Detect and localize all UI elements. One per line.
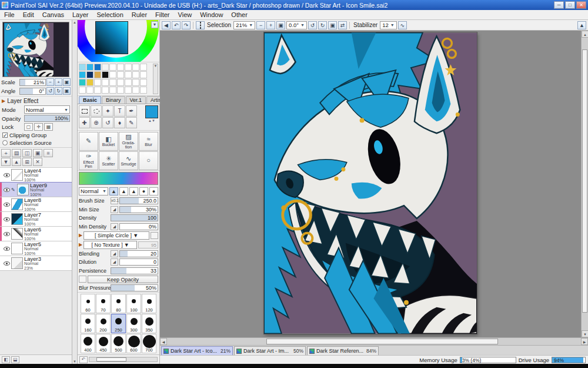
brush-size-cell[interactable]: 80	[111, 294, 126, 313]
hscroll-thumb[interactable]	[266, 339, 498, 344]
brush-shape-select[interactable]: [ Simple Circle ]▼	[83, 231, 149, 240]
color-swatch[interactable]	[94, 87, 101, 94]
move-up-icon[interactable]: ▲	[12, 158, 21, 166]
collapse-arrow-icon[interactable]: ▶	[79, 242, 82, 247]
panel-view-icon[interactable]: ◧	[2, 356, 10, 363]
layer-row[interactable]: Layer4Normal100%	[0, 168, 72, 183]
rotate-cw-button[interactable]: ↻	[55, 87, 62, 95]
vscroll-thumb[interactable]	[582, 49, 587, 313]
color-swatch[interactable]	[94, 71, 101, 78]
layer-visibility-icon[interactable]	[4, 203, 10, 207]
rotate-cw-button[interactable]: ↻	[318, 21, 327, 29]
brush-size-cell[interactable]: 200	[96, 314, 111, 333]
lasso-tool-icon[interactable]	[91, 105, 102, 117]
color-swatch[interactable]	[140, 71, 147, 78]
scroll-left-icon[interactable]: ◀	[160, 338, 167, 345]
menu-layer[interactable]: Layer	[68, 11, 93, 19]
water-tool[interactable]: ○	[139, 151, 158, 170]
brush-size-cell[interactable]: 60	[81, 294, 95, 313]
gradation-tool[interactable]: ▨Grada- tion	[119, 132, 138, 151]
layer-row[interactable]: Layer5Normal100%	[0, 241, 72, 256]
rotate-ccw-button[interactable]: ↺	[46, 87, 54, 95]
color-swap-icon[interactable]: ▲▼	[148, 119, 155, 122]
dilution-toggle[interactable]: ◢	[111, 258, 118, 266]
collapse-arrow-icon[interactable]: ▶	[79, 233, 82, 238]
toolbar-collapse-icon[interactable]: ▲	[577, 21, 586, 29]
brush-size-cell[interactable]: 100	[126, 294, 141, 313]
color-swatch[interactable]	[125, 79, 132, 86]
layer-visibility-icon[interactable]	[4, 188, 10, 192]
blur-pressure-slider[interactable]: 50%	[111, 284, 158, 291]
brush-tip-icon[interactable]: ▲	[109, 187, 118, 195]
wand-tool-icon[interactable]: ✦	[102, 105, 113, 117]
saturation-value-box[interactable]	[95, 21, 128, 54]
scroll-up-icon[interactable]: ▲	[582, 31, 588, 38]
marquee-tool-icon[interactable]	[79, 105, 90, 117]
menu-window[interactable]: Window	[196, 11, 227, 19]
zoom-in-button[interactable]: +	[266, 21, 275, 29]
wheel-collapse-icon[interactable]: ▼	[151, 21, 158, 28]
brush-size-cell[interactable]: 250	[111, 314, 126, 333]
zoom-out-button[interactable]: −	[46, 78, 54, 86]
brush-blend-mode-select[interactable]: Normal▼	[79, 187, 108, 195]
keep-opacity-checkbox[interactable]	[79, 276, 86, 283]
layer-row[interactable]: Layer3Normal23%	[0, 256, 72, 271]
zoom-select[interactable]: 21%▼	[233, 21, 255, 29]
color-swatch[interactable]	[117, 64, 124, 71]
color-swatch[interactable]	[102, 79, 109, 86]
color-swatch[interactable]	[140, 79, 147, 86]
color-swatch[interactable]	[109, 79, 116, 86]
layer-row[interactable]: Layer8Normal100%	[0, 197, 72, 212]
size-unit-toggle[interactable]: x0.1	[111, 197, 118, 204]
scroll-down-icon[interactable]: ▼	[582, 330, 588, 337]
layer-options-icon[interactable]: ≡	[44, 149, 53, 157]
color-wheel[interactable]: ▼	[78, 20, 159, 62]
delete-layer-icon[interactable]: ✕	[33, 158, 42, 166]
new-folder-icon[interactable]: ▤	[12, 149, 21, 157]
brush-tip-icon[interactable]: ▲	[119, 187, 128, 195]
color-swatch[interactable]	[79, 79, 86, 86]
angle-reset-button[interactable]: ▣	[63, 87, 71, 95]
density-slider[interactable]: 100	[111, 214, 158, 221]
color-swatch[interactable]	[86, 64, 93, 71]
min-size-slider[interactable]: 30%	[119, 206, 158, 213]
blur-tool[interactable]: ≈Blur	[139, 132, 158, 151]
color-swatch[interactable]	[94, 79, 101, 86]
brush-size-cell[interactable]: 350	[142, 314, 156, 333]
doc-tab-2[interactable]: Dark Star Art - Im... 50%	[234, 346, 306, 355]
tool-panel-hscroll[interactable]	[89, 357, 158, 362]
pen-tool-icon[interactable]: ✒	[126, 105, 137, 117]
copy-layer-icon[interactable]: ⊞	[22, 158, 32, 166]
zoom-in-button[interactable]: +	[55, 78, 62, 86]
canvas-viewport[interactable]	[160, 31, 581, 337]
color-swatch[interactable]	[79, 64, 86, 71]
tab-basic[interactable]: Basic	[79, 96, 101, 104]
lock-move-icon[interactable]: ✛	[34, 123, 43, 131]
scatter-tool[interactable]: ✳Scatter	[99, 151, 118, 170]
clipping-group-row[interactable]: ✓ Clipping Group	[0, 132, 72, 138]
angle-reset-button[interactable]: ▣	[328, 21, 337, 29]
smudge-tool[interactable]: ∿Smudge	[119, 151, 138, 170]
undo-icon[interactable]: ↶	[172, 21, 181, 29]
keep-opacity-button[interactable]: Keep Opacity	[88, 276, 158, 283]
canvas-vscrollbar[interactable]: ▲ ▼	[581, 31, 588, 337]
tab-binary[interactable]: Binary	[102, 96, 125, 104]
bucket-tool[interactable]: ◧Bucket	[99, 132, 118, 151]
scroll-up-icon[interactable]: ▲	[73, 21, 76, 24]
layer-visibility-icon[interactable]	[4, 173, 10, 177]
brush-size-cell[interactable]: 700	[142, 334, 156, 353]
menu-canvas[interactable]: Canvas	[38, 11, 68, 19]
layer-row[interactable]: Layer6Normal100%	[0, 227, 72, 241]
move-tool-icon[interactable]: ✚	[79, 117, 90, 128]
layer-visibility-icon[interactable]	[4, 247, 10, 251]
custom-gradient-strip[interactable]	[79, 172, 158, 184]
min-size-toggle[interactable]: ◢	[111, 206, 118, 213]
rotate-ccw-button[interactable]: ↺	[308, 21, 317, 29]
flip-horizontal-icon[interactable]: ⇄	[338, 21, 347, 29]
lock-all-icon[interactable]: ▦	[44, 123, 53, 131]
scroll-down-icon[interactable]: ▼	[73, 360, 76, 363]
opacity-slider[interactable]: 100%	[24, 115, 70, 122]
merge-down-icon[interactable]: ▼	[1, 158, 11, 166]
menu-view[interactable]: View	[174, 11, 196, 19]
navigator-preview[interactable]	[2, 22, 69, 77]
